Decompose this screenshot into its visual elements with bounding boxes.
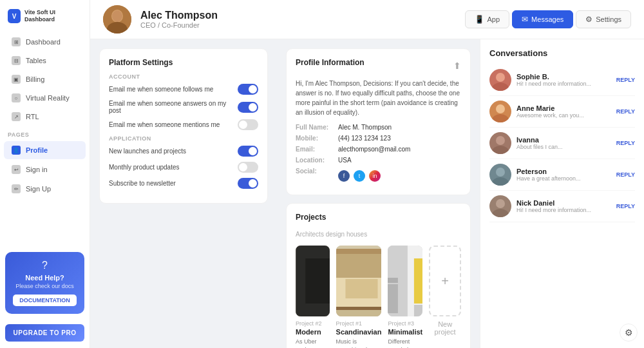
sidebar-item-dashboard[interactable]: ⊞ Dashboard [4,33,86,51]
reply-peterson-button[interactable]: REPLY [616,171,635,178]
svg-point-30 [492,114,509,122]
sidebar-item-signup[interactable]: ✏ Sign Up [4,180,86,198]
project-scandi-label: Project #1 [336,320,382,327]
sidebar-item-label: Sign Up [26,185,51,193]
social-label: Social: [296,168,334,182]
conv-sophie[interactable]: Sophie B. Hi! I need more information...… [489,64,635,96]
toggle-follow[interactable] [238,84,258,95]
sidebar-item-signin[interactable]: ↩ Sign in [4,160,86,179]
sidebar-item-profile[interactable]: 👤 Profile [4,141,86,159]
project-minimal-name: Minimalist [388,328,422,336]
user-avatar [103,5,131,34]
instagram-icon[interactable]: in [369,170,381,182]
svg-point-35 [496,199,505,208]
new-project-card[interactable]: + New project [429,246,461,348]
projects-subtitle: Architects design houses [296,231,461,238]
header-info: Alec Thompson CEO / Co-Founder [140,10,456,29]
upgrade-button[interactable]: UPGRADE TO PRO [5,324,84,342]
projects-section: Projects Architects design houses [286,203,471,348]
platform-settings-title: Platform Settings [109,58,258,67]
profile-info-title: Profile Information [296,58,365,67]
sidebar-item-label: RTL [26,113,39,121]
help-icon: ? [13,260,77,271]
reply-nick-button[interactable]: REPLY [616,203,635,209]
project-scandi[interactable]: Project #1 Scandinavian Music is somethi… [336,246,382,348]
twitter-icon[interactable]: t [354,170,365,182]
rtl-icon: ↗ [12,112,21,121]
conv-anne[interactable]: Anne Marie Awesome work, can you... REPL… [489,96,635,128]
reply-sophie-button[interactable]: REPLY [616,77,635,83]
project-minimal-label: Project #3 [388,320,422,327]
vr-icon: ○ [12,93,21,102]
profile-info-header: Profile Information ⬆ [296,58,461,73]
sidebar-item-vr[interactable]: ○ Virtual Reality [4,89,86,107]
conv-ivanna-name: Ivanna [516,136,611,144]
fullname-value: Alec M. Thompson [338,124,392,131]
header-role: CEO / Co-Founder [140,21,456,29]
tab-app-label: App [488,15,500,23]
header-tabs: 📱 App ✉ Messages ⚙ Settings [465,10,631,28]
new-project-button[interactable]: + [429,246,461,316]
facebook-icon[interactable]: f [338,170,350,182]
conv-nick-name: Nick Daniel [516,199,611,207]
conv-peterson-name: Peterson [516,168,611,175]
svg-point-32 [492,146,509,154]
sidebar-item-tables[interactable]: ⊟ Tables [4,52,86,70]
toggle-follow-label: Email me when someone follows me [109,86,234,93]
conv-peterson-body: Peterson Have a great afternoon... [516,168,611,182]
conv-nick-body: Nick Daniel Hi! I need more information.… [516,199,611,213]
conv-nick[interactable]: Nick Daniel Hi! I need more information.… [489,191,635,222]
sidebar-item-rtl[interactable]: ↗ RTL [4,108,86,126]
toggle-newsletter-label: Subscribe to newsletter [109,180,234,187]
toggle-monthly[interactable] [238,162,258,173]
project-modern-desc: As Uber works through a huge amount of i… [296,338,330,348]
documentation-button[interactable]: DOCUMENTATION [13,295,77,306]
conv-ivanna[interactable]: Ivanna About files I can... REPLY [489,128,635,159]
toggle-newsletter[interactable] [238,178,258,189]
conv-nick-avatar [489,195,511,217]
project-scandi-image [336,246,382,316]
tab-settings[interactable]: ⚙ Settings [576,10,631,28]
sidebar-nav: ⊞ Dashboard ⊟ Tables ▣ Billing ○ Virtual… [0,32,90,126]
toggle-mentions-row: Email me when someone mentions me [109,119,258,130]
svg-point-27 [496,73,505,82]
conv-peterson-avatar [489,164,511,186]
profile-email-row: Email: alecthompson@mail.com [296,146,461,153]
email-value: alecthompson@mail.com [338,146,410,153]
conv-anne-avatar [489,101,511,122]
sidebar-item-label: Tables [26,57,46,64]
sidebar-item-billing[interactable]: ▣ Billing [4,70,86,88]
toggle-answers-label: Email me when someone answers on my post [109,100,234,114]
project-minimal-image [388,246,422,316]
profile-bio: Hi, I'm Alec Thompson, Decisions: If you… [296,79,461,117]
upload-icon[interactable]: ⬆ [453,61,461,71]
tab-messages[interactable]: ✉ Messages [512,10,573,28]
sidebar-item-label: Virtual Reality [26,94,70,102]
settings-gear-button[interactable]: ⚙ [620,324,638,342]
toggle-launches[interactable] [238,146,258,157]
gear-icon: ⚙ [625,327,633,338]
left-panel: Platform Settings ACCOUNT Email me when … [90,39,277,348]
logo-icon: V [8,9,21,23]
fullname-label: Full Name: [296,124,334,131]
toggle-mentions[interactable] [238,119,258,130]
svg-rect-17 [345,279,377,298]
reply-anne-button[interactable]: REPLY [616,108,635,115]
billing-icon: ▣ [12,75,21,84]
tab-app[interactable]: 📱 App [465,10,510,28]
conv-peterson[interactable]: Peterson Have a great afternoon... REPLY [489,159,635,191]
toggle-answers[interactable] [238,102,258,113]
project-minimal[interactable]: Project #3 Minimalist Different people h… [388,246,422,348]
reply-ivanna-button[interactable]: REPLY [616,140,635,146]
project-modern[interactable]: Project #2 Modern As Uber works through … [296,246,330,348]
tables-icon: ⊟ [12,56,21,65]
svg-point-3 [112,10,122,22]
platform-settings-card: Platform Settings ACCOUNT Email me when … [99,48,268,204]
projects-grid: Project #2 Modern As Uber works through … [296,246,461,348]
header-name: Alec Thompson [140,10,456,21]
app-icon: 📱 [475,15,484,24]
toggle-launches-row: New launches and projects [109,146,258,157]
conv-sophie-avatar [489,69,511,91]
profile-mobile-row: Mobile: (44) 123 1234 123 [296,135,461,142]
right-panel: Conversations Sophie B. Hi! I need more … [480,39,644,348]
